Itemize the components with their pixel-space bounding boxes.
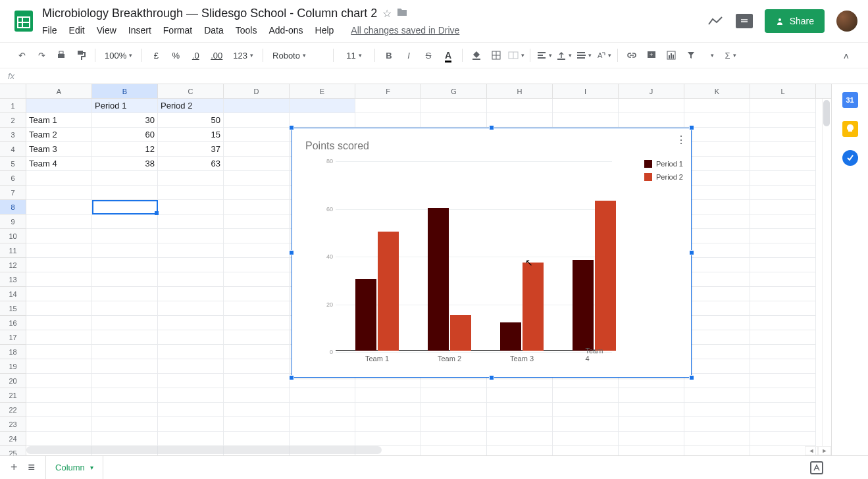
tasks-icon[interactable] (842, 150, 858, 166)
cell[interactable] (92, 374, 158, 388)
cell[interactable] (26, 200, 92, 214)
cell[interactable] (92, 301, 158, 316)
cell[interactable] (26, 330, 92, 345)
row-header[interactable]: 2 (0, 113, 26, 128)
cell[interactable] (487, 446, 553, 455)
cell[interactable] (92, 345, 158, 359)
cell[interactable]: Team 4 (26, 157, 92, 171)
chart-resize-handle[interactable] (489, 375, 494, 380)
menu-data[interactable]: Data (204, 25, 224, 36)
cell[interactable] (750, 417, 816, 432)
cell[interactable] (619, 113, 684, 128)
cell[interactable] (158, 403, 224, 417)
cell[interactable] (92, 417, 158, 432)
cell[interactable] (290, 388, 355, 403)
bar[interactable] (500, 322, 521, 351)
cell[interactable] (355, 432, 421, 446)
increase-decimal-button[interactable]: .00 (207, 47, 226, 64)
cell[interactable] (158, 229, 224, 243)
bar[interactable] (573, 260, 594, 351)
row-header[interactable]: 19 (0, 359, 26, 374)
bar-group[interactable] (573, 201, 616, 351)
chart-menu-icon[interactable]: ⋮ (676, 134, 686, 146)
cell[interactable] (684, 301, 750, 316)
cell[interactable] (619, 432, 684, 446)
scroll-nav[interactable]: ◄► (805, 446, 831, 455)
row-header[interactable]: 6 (0, 171, 26, 186)
calendar-icon[interactable]: 31 (842, 92, 858, 108)
formula-bar[interactable]: fx (0, 68, 868, 84)
cell[interactable] (684, 316, 750, 330)
chart-resize-handle[interactable] (689, 250, 694, 255)
cell[interactable] (224, 301, 290, 316)
horizontal-scrollbar[interactable] (26, 446, 382, 454)
col-header-B[interactable]: B (92, 84, 158, 98)
cell[interactable] (684, 113, 750, 128)
cell[interactable] (92, 171, 158, 186)
row-header[interactable]: 12 (0, 258, 26, 272)
cell[interactable] (553, 403, 619, 417)
cell[interactable] (224, 200, 290, 214)
collapse-toolbar-icon[interactable]: ʌ (838, 47, 855, 64)
cell[interactable] (750, 186, 816, 200)
cell[interactable] (158, 171, 224, 186)
cell[interactable] (487, 113, 553, 128)
functions-button[interactable]: Σ (722, 47, 739, 64)
row-header[interactable]: 10 (0, 229, 26, 243)
sheet-tab[interactable]: Column ▾ (45, 456, 103, 480)
paint-format-button[interactable] (72, 47, 89, 64)
cell[interactable] (684, 229, 750, 243)
percent-button[interactable]: % (167, 47, 184, 64)
bar[interactable] (523, 263, 544, 351)
add-sheet-button[interactable]: + (11, 461, 18, 474)
doc-title[interactable]: Microbiology Breakthrough — Slidesgo Sch… (42, 7, 377, 20)
text-color-button[interactable]: A (440, 47, 457, 64)
cell[interactable] (224, 186, 290, 200)
currency-button[interactable]: £ (147, 47, 165, 64)
col-header-K[interactable]: K (684, 84, 750, 98)
cell[interactable] (224, 157, 290, 171)
cell[interactable] (26, 432, 92, 446)
cell[interactable] (224, 113, 290, 128)
cell[interactable] (553, 432, 619, 446)
cell[interactable]: 63 (158, 157, 224, 171)
cell[interactable] (224, 403, 290, 417)
col-header-F[interactable]: F (355, 84, 421, 98)
cell[interactable] (553, 417, 619, 432)
row-header[interactable]: 14 (0, 287, 26, 301)
cell[interactable] (684, 157, 750, 171)
cell[interactable] (158, 186, 224, 200)
font-size-dropdown[interactable]: 11 (339, 47, 369, 64)
cell[interactable] (487, 388, 553, 403)
row-header[interactable]: 3 (0, 128, 26, 142)
cell[interactable] (158, 287, 224, 301)
cell[interactable] (684, 171, 750, 186)
cell[interactable] (750, 157, 816, 171)
row-header[interactable]: 18 (0, 345, 26, 359)
italic-button[interactable]: I (400, 47, 417, 64)
col-header-E[interactable]: E (290, 84, 355, 98)
cell[interactable] (487, 403, 553, 417)
cell[interactable] (750, 301, 816, 316)
menu-help[interactable]: Help (315, 25, 334, 36)
cell[interactable] (224, 287, 290, 301)
cell[interactable] (684, 345, 750, 359)
cell[interactable] (224, 388, 290, 403)
cell[interactable]: 30 (92, 113, 158, 128)
filter-button[interactable] (682, 47, 700, 64)
bold-button[interactable]: B (380, 47, 397, 64)
share-button[interactable]: Share (765, 9, 825, 33)
explore-button[interactable] (805, 456, 829, 480)
cell[interactable] (224, 99, 290, 113)
cell[interactable] (684, 142, 750, 157)
cell[interactable] (224, 214, 290, 229)
cell[interactable] (553, 99, 619, 113)
chart-resize-handle[interactable] (289, 250, 294, 255)
row-header[interactable]: 9 (0, 214, 26, 229)
cell[interactable] (421, 446, 487, 455)
comments-icon[interactable] (736, 14, 753, 28)
legend-item[interactable]: Period 2 (644, 173, 683, 181)
cell[interactable] (684, 186, 750, 200)
cell[interactable] (158, 200, 224, 214)
cell[interactable] (750, 316, 816, 330)
